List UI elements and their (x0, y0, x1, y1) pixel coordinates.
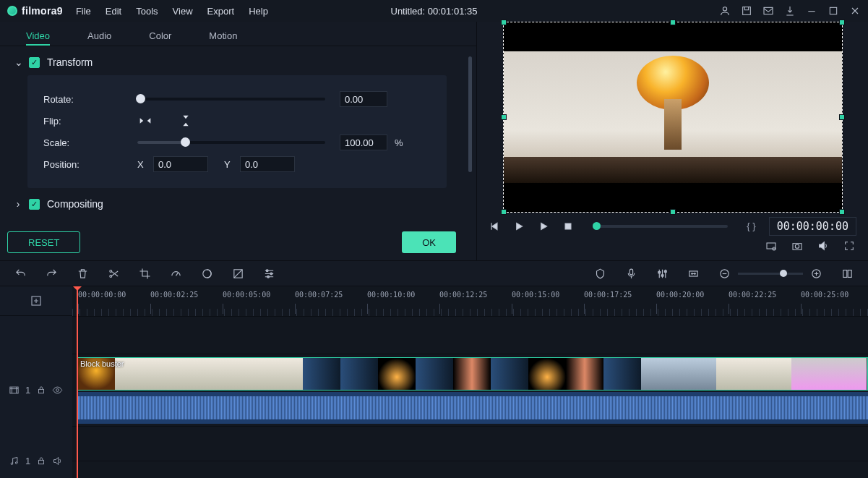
tab-audio[interactable]: Audio (87, 30, 111, 46)
redo-icon[interactable] (46, 268, 58, 280)
timeline-gutter: 1 1 (0, 286, 72, 478)
tab-color[interactable]: Color (149, 30, 171, 46)
audio-track[interactable] (72, 427, 868, 461)
rotate-slider[interactable] (137, 98, 325, 101)
adjust-icon[interactable] (263, 268, 275, 280)
timeline-settings-icon[interactable] (841, 268, 854, 280)
menu-file[interactable]: File (76, 6, 91, 17)
flip-vertical-icon[interactable] (178, 114, 194, 127)
timeline-body[interactable]: 00:00:00:0000:00:02:2500:00:05:0000:00:0… (72, 286, 868, 478)
video-track-header[interactable]: 1 (0, 354, 72, 426)
resize-handle[interactable] (670, 209, 676, 215)
markers-icon[interactable]: { } (747, 221, 755, 231)
resize-handle[interactable] (839, 20, 845, 25)
add-track-icon[interactable] (0, 286, 72, 316)
close-icon[interactable] (849, 5, 861, 17)
resize-handle[interactable] (501, 114, 507, 120)
preview-canvas[interactable] (503, 22, 843, 213)
message-icon[interactable] (762, 5, 774, 17)
split-icon[interactable] (108, 268, 120, 280)
rotate-input[interactable]: 0.00 (340, 91, 387, 107)
stop-icon[interactable] (562, 221, 574, 232)
resize-handle[interactable] (501, 209, 507, 215)
chevron-down-icon[interactable]: ⌄ (14, 56, 22, 68)
resize-handle[interactable] (839, 209, 845, 215)
zoom-slider[interactable] (738, 273, 803, 275)
video-clip[interactable]: Block buster (77, 357, 868, 390)
transform-checkbox[interactable]: ✓ (29, 57, 40, 68)
volume-icon[interactable] (817, 240, 829, 257)
menu-help[interactable]: Help (249, 6, 268, 17)
marker-icon[interactable] (594, 268, 606, 280)
menu-edit[interactable]: Edit (106, 6, 121, 17)
chevron-right-icon[interactable]: › (14, 198, 22, 210)
ruler-tick: 00:00:02:25 (150, 291, 198, 299)
prev-frame-icon[interactable] (489, 221, 500, 232)
play-all-icon[interactable] (538, 221, 549, 232)
snapshot-icon[interactable] (791, 240, 803, 257)
audio-track-header[interactable]: 1 (0, 443, 72, 478)
speed-icon[interactable] (170, 268, 182, 280)
resize-handle[interactable] (501, 20, 507, 25)
delete-icon[interactable] (77, 268, 89, 280)
fit-icon[interactable] (687, 268, 700, 280)
svg-rect-27 (39, 389, 44, 393)
zoom-out-icon[interactable] (718, 268, 731, 280)
mute-icon[interactable] (52, 456, 63, 466)
crop-icon[interactable] (139, 268, 151, 280)
ok-button[interactable]: OK (402, 231, 456, 253)
preview-tools (477, 240, 868, 261)
svg-point-8 (795, 244, 799, 248)
logo-icon (7, 6, 17, 16)
position-x-label: X (137, 159, 149, 170)
minimize-icon[interactable] (806, 5, 817, 17)
clip-audio-waveform[interactable] (77, 392, 868, 424)
resize-handle[interactable] (670, 20, 676, 25)
eye-icon[interactable] (52, 385, 63, 396)
account-icon[interactable] (719, 5, 731, 17)
clip-label: Block buster (80, 359, 124, 368)
lock-icon[interactable] (36, 456, 46, 466)
fullscreen-icon[interactable] (843, 240, 855, 257)
color-icon[interactable] (201, 268, 213, 280)
scale-input[interactable]: 100.00 (340, 135, 387, 150)
play-icon[interactable] (513, 221, 525, 232)
playhead[interactable] (77, 286, 78, 478)
lock-icon[interactable] (36, 385, 46, 395)
resize-handle[interactable] (839, 114, 845, 120)
svg-point-15 (267, 276, 270, 278)
reset-button[interactable]: RESET (7, 231, 80, 253)
tab-motion[interactable]: Motion (209, 30, 237, 46)
settings-icon[interactable] (765, 240, 777, 257)
svg-rect-17 (658, 271, 661, 273)
undo-icon[interactable] (14, 268, 27, 280)
scale-slider[interactable] (137, 141, 325, 144)
position-x-input[interactable]: 0.0 (153, 156, 208, 172)
menu-view[interactable]: View (173, 6, 193, 17)
green-screen-icon[interactable] (232, 268, 244, 280)
position-y-input[interactable]: 0.0 (240, 156, 295, 172)
maximize-icon[interactable] (828, 5, 839, 17)
flip-label: Flip: (43, 116, 137, 127)
compositing-checkbox[interactable]: ✓ (29, 199, 40, 210)
video-track[interactable]: Block buster (72, 354, 868, 427)
audio-mixer-icon[interactable] (656, 268, 669, 280)
preview-scrubber[interactable] (593, 225, 728, 228)
flip-horizontal-icon[interactable] (137, 114, 153, 127)
ruler-tick: 00:00:17:25 (584, 291, 632, 299)
svg-point-10 (110, 275, 112, 277)
tab-video[interactable]: Video (26, 30, 50, 46)
menu-export[interactable]: Export (207, 6, 235, 17)
timeline-ruler[interactable]: 00:00:00:0000:00:02:2500:00:05:0000:00:0… (72, 286, 868, 317)
svg-rect-26 (10, 387, 18, 393)
zoom-in-icon[interactable] (810, 268, 822, 280)
save-icon[interactable] (741, 5, 752, 17)
audio-track-number: 1 (25, 456, 30, 466)
empty-track[interactable] (72, 317, 868, 354)
record-voice-icon[interactable] (625, 268, 637, 280)
download-icon[interactable] (784, 5, 796, 17)
scrollbar-thumb[interactable] (468, 56, 472, 172)
menu-tools[interactable]: Tools (136, 6, 158, 17)
panel-footer: RESET OK (0, 223, 476, 266)
ruler-tick: 00:00:25:00 (801, 291, 848, 299)
